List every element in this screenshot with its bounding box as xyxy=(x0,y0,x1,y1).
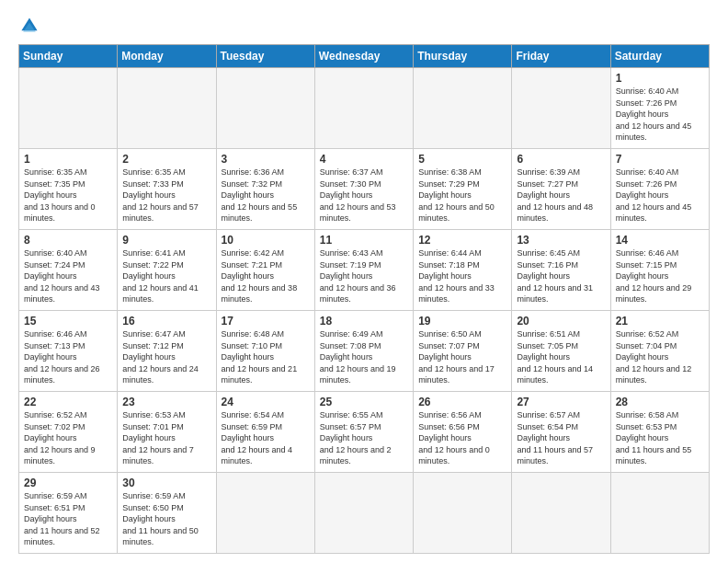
day-cell: 14Sunrise: 6:46 AMSunset: 7:15 PMDayligh… xyxy=(610,230,709,311)
day-info: Sunrise: 6:49 AMSunset: 7:08 PMDaylight … xyxy=(320,329,396,385)
day-info: Sunrise: 6:56 AMSunset: 6:56 PMDaylight … xyxy=(418,410,490,465)
day-number: 11 xyxy=(320,234,408,247)
day-info: Sunrise: 6:48 AMSunset: 7:10 PMDaylight … xyxy=(222,329,298,385)
col-header-tuesday: Tuesday xyxy=(216,45,314,68)
day-cell: 21Sunrise: 6:52 AMSunset: 7:04 PMDayligh… xyxy=(610,311,709,392)
day-cell: 1Sunrise: 6:35 AMSunset: 7:35 PMDaylight… xyxy=(19,149,118,230)
day-info: Sunrise: 6:47 AMSunset: 7:12 PMDaylight … xyxy=(122,329,199,385)
col-header-thursday: Thursday xyxy=(414,45,512,68)
day-cell xyxy=(216,68,314,149)
day-cell: 25Sunrise: 6:55 AMSunset: 6:57 PMDayligh… xyxy=(314,392,413,473)
day-cell: 23Sunrise: 6:53 AMSunset: 7:01 PMDayligh… xyxy=(118,392,216,473)
day-number: 30 xyxy=(122,477,210,489)
day-cell xyxy=(314,473,413,554)
day-cell: 17Sunrise: 6:48 AMSunset: 7:10 PMDayligh… xyxy=(216,311,314,392)
day-cell: 6Sunrise: 6:39 AMSunset: 7:27 PMDaylight… xyxy=(512,149,610,230)
day-cell: 3Sunrise: 6:36 AMSunset: 7:32 PMDaylight… xyxy=(216,149,314,230)
day-number: 9 xyxy=(122,234,210,247)
day-cell: 9Sunrise: 6:41 AMSunset: 7:22 PMDaylight… xyxy=(118,230,216,311)
col-header-wednesday: Wednesday xyxy=(314,45,413,68)
day-info: Sunrise: 6:46 AMSunset: 7:15 PMDaylight … xyxy=(616,248,692,304)
day-cell: 16Sunrise: 6:47 AMSunset: 7:12 PMDayligh… xyxy=(118,311,216,392)
day-cell xyxy=(610,473,709,554)
day-cell: 13Sunrise: 6:45 AMSunset: 7:16 PMDayligh… xyxy=(512,230,610,311)
day-info: Sunrise: 6:39 AMSunset: 7:27 PMDaylight … xyxy=(517,167,593,223)
col-header-monday: Monday xyxy=(118,45,216,68)
day-info: Sunrise: 6:44 AMSunset: 7:18 PMDaylight … xyxy=(418,248,495,304)
day-number: 28 xyxy=(616,396,704,408)
day-number: 10 xyxy=(222,234,310,247)
day-number: 21 xyxy=(616,315,704,327)
day-cell: 8Sunrise: 6:40 AMSunset: 7:24 PMDaylight… xyxy=(19,230,118,311)
day-info: Sunrise: 6:53 AMSunset: 7:01 PMDaylight … xyxy=(122,410,194,465)
week-row-1: 1Sunrise: 6:40 AMSunset: 7:26 PMDaylight… xyxy=(19,68,710,149)
week-row-5: 22Sunrise: 6:52 AMSunset: 7:02 PMDayligh… xyxy=(19,392,710,473)
day-info: Sunrise: 6:40 AMSunset: 7:26 PMDaylight … xyxy=(616,167,692,223)
day-number: 20 xyxy=(517,315,605,327)
day-info: Sunrise: 6:59 AMSunset: 6:50 PMDaylight … xyxy=(122,491,199,546)
day-cell: 12Sunrise: 6:44 AMSunset: 7:18 PMDayligh… xyxy=(414,230,512,311)
day-info: Sunrise: 6:41 AMSunset: 7:22 PMDaylight … xyxy=(122,248,199,304)
day-cell: 19Sunrise: 6:50 AMSunset: 7:07 PMDayligh… xyxy=(414,311,512,392)
week-row-3: 8Sunrise: 6:40 AMSunset: 7:24 PMDaylight… xyxy=(19,230,710,311)
day-cell: 26Sunrise: 6:56 AMSunset: 6:56 PMDayligh… xyxy=(414,392,512,473)
day-number: 6 xyxy=(517,153,605,166)
day-cell xyxy=(216,473,314,554)
day-info: Sunrise: 6:35 AMSunset: 7:35 PMDaylight … xyxy=(24,167,96,223)
day-cell: 15Sunrise: 6:46 AMSunset: 7:13 PMDayligh… xyxy=(19,311,118,392)
day-info: Sunrise: 6:37 AMSunset: 7:30 PMDaylight … xyxy=(320,167,396,223)
day-info: Sunrise: 6:57 AMSunset: 6:54 PMDaylight … xyxy=(517,410,593,465)
col-header-sunday: Sunday xyxy=(19,45,118,68)
day-cell xyxy=(118,68,216,149)
day-cell: 30Sunrise: 6:59 AMSunset: 6:50 PMDayligh… xyxy=(118,473,216,554)
day-info: Sunrise: 6:38 AMSunset: 7:29 PMDaylight … xyxy=(418,167,495,223)
day-info: Sunrise: 6:54 AMSunset: 6:59 PMDaylight … xyxy=(222,410,293,465)
day-info: Sunrise: 6:52 AMSunset: 7:02 PMDaylight … xyxy=(24,410,96,465)
day-number: 5 xyxy=(418,153,506,166)
day-number: 18 xyxy=(320,315,408,327)
day-cell xyxy=(414,68,512,149)
day-number: 14 xyxy=(616,234,704,247)
day-cell: 24Sunrise: 6:54 AMSunset: 6:59 PMDayligh… xyxy=(216,392,314,473)
day-info: Sunrise: 6:42 AMSunset: 7:21 PMDaylight … xyxy=(222,248,298,304)
day-cell: 5Sunrise: 6:38 AMSunset: 7:29 PMDaylight… xyxy=(414,149,512,230)
day-info: Sunrise: 6:40 AMSunset: 7:24 PMDaylight … xyxy=(24,248,100,304)
day-number: 2 xyxy=(122,153,210,166)
day-number: 15 xyxy=(24,315,112,327)
day-number: 3 xyxy=(222,153,310,166)
day-cell: 20Sunrise: 6:51 AMSunset: 7:05 PMDayligh… xyxy=(512,311,610,392)
day-cell: 29Sunrise: 6:59 AMSunset: 6:51 PMDayligh… xyxy=(19,473,118,554)
day-info: Sunrise: 6:36 AMSunset: 7:32 PMDaylight … xyxy=(222,167,298,223)
day-number: 13 xyxy=(517,234,605,247)
day-number: 25 xyxy=(320,396,408,408)
day-number: 1 xyxy=(24,153,112,166)
day-number: 26 xyxy=(418,396,506,408)
day-number: 7 xyxy=(616,153,704,166)
day-cell xyxy=(314,68,413,149)
day-cell: 28Sunrise: 6:58 AMSunset: 6:53 PMDayligh… xyxy=(610,392,709,473)
day-number: 17 xyxy=(222,315,310,327)
header xyxy=(18,15,710,37)
week-row-2: 1Sunrise: 6:35 AMSunset: 7:35 PMDaylight… xyxy=(19,149,710,230)
day-info: Sunrise: 6:55 AMSunset: 6:57 PMDaylight … xyxy=(320,410,392,465)
day-cell xyxy=(19,68,118,149)
day-number: 27 xyxy=(517,396,605,408)
day-number: 16 xyxy=(122,315,210,327)
day-number: 29 xyxy=(24,477,112,489)
day-cell: 11Sunrise: 6:43 AMSunset: 7:19 PMDayligh… xyxy=(314,230,413,311)
logo-icon xyxy=(18,15,40,37)
day-cell: 10Sunrise: 6:42 AMSunset: 7:21 PMDayligh… xyxy=(216,230,314,311)
day-number: 22 xyxy=(24,396,112,408)
day-info: Sunrise: 6:35 AMSunset: 7:33 PMDaylight … xyxy=(122,167,199,223)
day-info: Sunrise: 6:59 AMSunset: 6:51 PMDaylight … xyxy=(24,491,100,546)
day-cell: 18Sunrise: 6:49 AMSunset: 7:08 PMDayligh… xyxy=(314,311,413,392)
calendar-table: SundayMondayTuesdayWednesdayThursdayFrid… xyxy=(18,44,710,554)
day-info: Sunrise: 6:58 AMSunset: 6:53 PMDaylight … xyxy=(616,410,692,465)
day-info: Sunrise: 6:43 AMSunset: 7:19 PMDaylight … xyxy=(320,248,396,304)
day-cell xyxy=(512,473,610,554)
page: SundayMondayTuesdayWednesdayThursdayFrid… xyxy=(0,0,728,563)
day-number: 1 xyxy=(616,72,704,85)
day-cell xyxy=(512,68,610,149)
day-cell: 27Sunrise: 6:57 AMSunset: 6:54 PMDayligh… xyxy=(512,392,610,473)
day-cell: 7Sunrise: 6:40 AMSunset: 7:26 PMDaylight… xyxy=(610,149,709,230)
